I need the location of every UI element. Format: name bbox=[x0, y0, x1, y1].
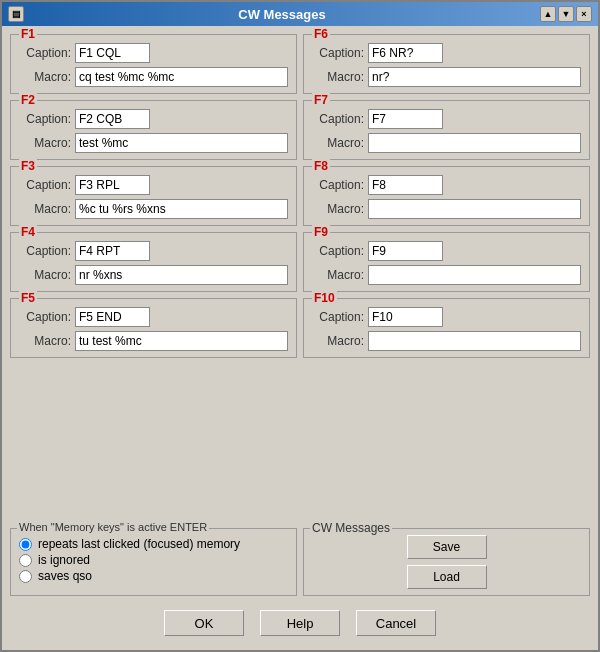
f5-label: F5 bbox=[19, 291, 37, 305]
f2-group: F2 Caption: Macro: bbox=[10, 100, 297, 160]
f7-caption-label: Caption: bbox=[312, 112, 364, 126]
f3-macro-label: Macro: bbox=[19, 202, 71, 216]
f7-macro-row: Macro: bbox=[312, 133, 581, 153]
f2-caption-input[interactable] bbox=[75, 109, 150, 129]
f10-macro-input[interactable] bbox=[368, 331, 581, 351]
help-button[interactable]: Help bbox=[260, 610, 340, 636]
f3-caption-input[interactable] bbox=[75, 175, 150, 195]
f7-caption-input[interactable] bbox=[368, 109, 443, 129]
memory-option2-radio[interactable] bbox=[19, 554, 32, 567]
memory-option3-radio[interactable] bbox=[19, 570, 32, 583]
f10-label: F10 bbox=[312, 291, 337, 305]
memory-option1-row: repeats last clicked (focused) memory bbox=[19, 537, 288, 551]
f8-macro-label: Macro: bbox=[312, 202, 364, 216]
f6-caption-label: Caption: bbox=[312, 46, 364, 60]
f6-group: F6 Caption: Macro: bbox=[303, 34, 590, 94]
f6-macro-input[interactable] bbox=[368, 67, 581, 87]
f9-caption-row: Caption: bbox=[312, 241, 581, 261]
f9-label: F9 bbox=[312, 225, 330, 239]
f2-caption-label: Caption: bbox=[19, 112, 71, 126]
f2-macro-label: Macro: bbox=[19, 136, 71, 150]
f10-caption-label: Caption: bbox=[312, 310, 364, 324]
main-grid: F1 Caption: Macro: F2 Caption: bbox=[10, 34, 590, 522]
memory-option2-row: is ignored bbox=[19, 553, 288, 567]
f7-macro-label: Macro: bbox=[312, 136, 364, 150]
f4-caption-input[interactable] bbox=[75, 241, 150, 261]
left-column: F1 Caption: Macro: F2 Caption: bbox=[10, 34, 297, 522]
f1-macro-input[interactable] bbox=[75, 67, 288, 87]
f9-caption-label: Caption: bbox=[312, 244, 364, 258]
f9-macro-row: Macro: bbox=[312, 265, 581, 285]
cw-messages-group-label: CW Messages bbox=[310, 521, 392, 535]
arrow-down-btn[interactable]: ▼ bbox=[558, 6, 574, 22]
f8-caption-row: Caption: bbox=[312, 175, 581, 195]
f1-caption-label: Caption: bbox=[19, 46, 71, 60]
f9-group: F9 Caption: Macro: bbox=[303, 232, 590, 292]
content-area: F1 Caption: Macro: F2 Caption: bbox=[2, 26, 598, 650]
f5-caption-label: Caption: bbox=[19, 310, 71, 324]
f1-caption-input[interactable] bbox=[75, 43, 150, 63]
f9-macro-input[interactable] bbox=[368, 265, 581, 285]
save-button[interactable]: Save bbox=[407, 535, 487, 559]
f8-macro-row: Macro: bbox=[312, 199, 581, 219]
f1-caption-row: Caption: bbox=[19, 43, 288, 63]
f7-label: F7 bbox=[312, 93, 330, 107]
f2-label: F2 bbox=[19, 93, 37, 107]
f8-caption-label: Caption: bbox=[312, 178, 364, 192]
memory-option3-row: saves qso bbox=[19, 569, 288, 583]
f6-macro-row: Macro: bbox=[312, 67, 581, 87]
f1-label: F1 bbox=[19, 27, 37, 41]
ok-button[interactable]: OK bbox=[164, 610, 244, 636]
f7-caption-row: Caption: bbox=[312, 109, 581, 129]
cancel-button[interactable]: Cancel bbox=[356, 610, 436, 636]
f9-caption-input[interactable] bbox=[368, 241, 443, 261]
f4-macro-row: Macro: bbox=[19, 265, 288, 285]
memory-option1-radio[interactable] bbox=[19, 538, 32, 551]
f6-label: F6 bbox=[312, 27, 330, 41]
f5-macro-label: Macro: bbox=[19, 334, 71, 348]
load-button[interactable]: Load bbox=[407, 565, 487, 589]
f1-macro-row: Macro: bbox=[19, 67, 288, 87]
f4-caption-label: Caption: bbox=[19, 244, 71, 258]
title-menu-btn[interactable]: ▤ bbox=[8, 6, 24, 22]
f10-macro-label: Macro: bbox=[312, 334, 364, 348]
arrow-up-btn[interactable]: ▲ bbox=[540, 6, 556, 22]
f2-macro-input[interactable] bbox=[75, 133, 288, 153]
f7-macro-input[interactable] bbox=[368, 133, 581, 153]
f3-caption-row: Caption: bbox=[19, 175, 288, 195]
f1-group: F1 Caption: Macro: bbox=[10, 34, 297, 94]
f3-macro-row: Macro: bbox=[19, 199, 288, 219]
f4-group: F4 Caption: Macro: bbox=[10, 232, 297, 292]
f6-caption-input[interactable] bbox=[368, 43, 443, 63]
f5-group: F5 Caption: Macro: bbox=[10, 298, 297, 358]
f4-macro-input[interactable] bbox=[75, 265, 288, 285]
memory-keys-group: When "Memory keys" is active ENTER repea… bbox=[10, 528, 297, 596]
window: ▤ CW Messages ▲ ▼ × F1 Caption: Macro: bbox=[0, 0, 600, 652]
memory-option1-label: repeats last clicked (focused) memory bbox=[38, 537, 240, 551]
f3-macro-input[interactable] bbox=[75, 199, 288, 219]
f2-macro-row: Macro: bbox=[19, 133, 288, 153]
f5-macro-input[interactable] bbox=[75, 331, 288, 351]
right-column: F6 Caption: Macro: F7 Caption: bbox=[303, 34, 590, 522]
title-bar: ▤ CW Messages ▲ ▼ × bbox=[2, 2, 598, 26]
close-btn[interactable]: × bbox=[576, 6, 592, 22]
f8-caption-input[interactable] bbox=[368, 175, 443, 195]
f5-caption-input[interactable] bbox=[75, 307, 150, 327]
f10-caption-row: Caption: bbox=[312, 307, 581, 327]
f4-caption-row: Caption: bbox=[19, 241, 288, 261]
f6-caption-row: Caption: bbox=[312, 43, 581, 63]
f2-caption-row: Caption: bbox=[19, 109, 288, 129]
f4-label: F4 bbox=[19, 225, 37, 239]
f8-macro-input[interactable] bbox=[368, 199, 581, 219]
f10-macro-row: Macro: bbox=[312, 331, 581, 351]
f9-macro-label: Macro: bbox=[312, 268, 364, 282]
f10-caption-input[interactable] bbox=[368, 307, 443, 327]
window-title: CW Messages bbox=[238, 7, 325, 22]
f5-caption-row: Caption: bbox=[19, 307, 288, 327]
memory-group-label: When "Memory keys" is active ENTER bbox=[17, 521, 209, 533]
footer: OK Help Cancel bbox=[10, 602, 590, 642]
cw-messages-group: CW Messages Save Load bbox=[303, 528, 590, 596]
memory-option3-label: saves qso bbox=[38, 569, 92, 583]
bottom-section: When "Memory keys" is active ENTER repea… bbox=[10, 528, 590, 596]
f3-label: F3 bbox=[19, 159, 37, 173]
